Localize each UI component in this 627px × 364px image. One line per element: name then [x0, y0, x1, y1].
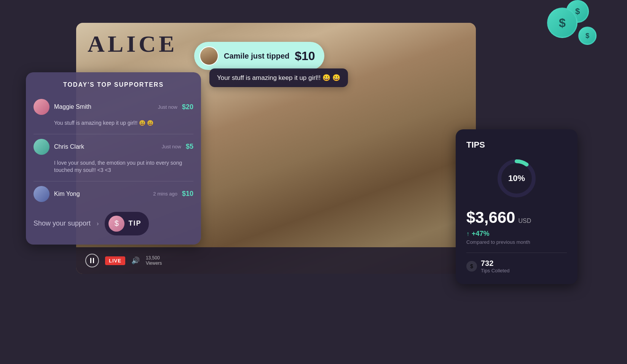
tip-section: Show your support › $ TIP	[34, 212, 193, 235]
supporter-time-kim: 2 mins ago	[153, 191, 177, 197]
coins-decoration: $ $ $	[547, 8, 578, 38]
coin-small: $	[578, 27, 597, 45]
tips-coin-icon: $	[466, 261, 477, 272]
tipper-avatar	[199, 46, 219, 65]
live-badge: LIVE	[105, 256, 125, 265]
supporter-entry-kim: Kim Yong 2 mins ago $10	[34, 183, 193, 205]
supporter-entry-chris: Chris Clark Just now $5 I love your soun…	[34, 136, 193, 178]
tips-collected-label: Tips Colleted	[481, 268, 509, 273]
tips-amount: $3,660	[466, 208, 515, 227]
supporter-amount-maggie: $20	[182, 103, 193, 111]
tips-currency: USD	[518, 218, 531, 224]
tip-circle-icon: $	[108, 216, 124, 232]
growth-arrow-icon: ↑	[466, 230, 469, 237]
video-controls-bar: LIVE 🔊 13,500 Viewers	[76, 247, 476, 274]
volume-icon[interactable]: 🔊	[131, 256, 140, 265]
supporter-entry-maggie: Maggie Smith Just now $20 You stuff is a…	[34, 96, 193, 131]
viewer-count: 13,500 Viewers	[146, 255, 162, 266]
supporter-row-kim: Kim Yong 2 mins ago $10	[34, 183, 193, 205]
coin-large: $	[547, 8, 578, 38]
divider-2	[34, 181, 193, 181]
divider-1	[34, 134, 193, 134]
supporter-time-chris: Just now	[162, 144, 181, 149]
supporter-name-kim: Kim Yong	[54, 191, 148, 197]
tips-collected-info: 732 Tips Colleted	[481, 259, 509, 273]
supporter-message-chris: I love your sound, the emotion you put i…	[34, 158, 193, 178]
comparison-text: Compared to previous month	[466, 239, 567, 245]
tips-panel-title: TIPS	[466, 140, 567, 150]
message-bubble: Your stuff is amazing keep it up girl!! …	[209, 68, 348, 87]
progress-ring: 10%	[496, 157, 538, 199]
tip-amount: $10	[295, 49, 315, 63]
tip-notification: Camile just tipped $10	[194, 42, 324, 70]
arrow-icon: ›	[97, 220, 99, 227]
tips-collected-row: $ 732 Tips Colleted	[466, 253, 567, 273]
growth-percent: +47%	[472, 230, 490, 238]
avatar-chris	[34, 139, 49, 155]
supporter-row-maggie: Maggie Smith Just now $20	[34, 96, 193, 118]
progress-container: 10%	[466, 157, 567, 199]
growth-row: ↑ +47%	[466, 230, 567, 238]
tip-button[interactable]: $ TIP	[105, 212, 149, 235]
viewer-number: 13,500	[146, 255, 162, 261]
amount-row: $3,660 USD	[466, 208, 567, 227]
tip-label: TIP	[128, 219, 141, 227]
tipper-name: Camile just tipped	[224, 52, 289, 60]
supporters-title: TODAY'S TOP SUPPORTERS	[34, 81, 193, 88]
supporter-amount-kim: $10	[182, 190, 193, 198]
pause-button[interactable]	[85, 254, 99, 267]
show-support-text: Show your support	[34, 219, 91, 227]
supporter-row-chris: Chris Clark Just now $5	[34, 136, 193, 158]
supporters-panel: TODAY'S TOP SUPPORTERS Maggie Smith Just…	[26, 72, 201, 245]
avatar-kim	[34, 186, 49, 202]
progress-percentage: 10%	[496, 157, 538, 199]
viewers-label: Viewers	[146, 261, 162, 266]
supporter-name-maggie: Maggie Smith	[54, 103, 153, 110]
supporter-name-chris: Chris Clark	[54, 143, 157, 150]
scene: ALICE LIVE 🔊 13,500 Viewers Camile just …	[0, 0, 627, 364]
supporter-amount-chris: $5	[186, 143, 193, 151]
supporter-time-maggie: Just now	[158, 104, 177, 110]
pause-icon	[90, 258, 94, 263]
supporter-message-maggie: You stuff is amazing keep it up girl!! 😀…	[34, 118, 193, 131]
tips-collected-count: 732	[481, 259, 509, 268]
alice-title: ALICE	[88, 30, 177, 57]
tips-panel: TIPS 10% $3,660 USD ↑ +47% Compared to p…	[456, 129, 578, 284]
avatar-maggie	[34, 99, 49, 115]
message-text: Your stuff is amazing keep it up girl!! …	[217, 74, 340, 81]
